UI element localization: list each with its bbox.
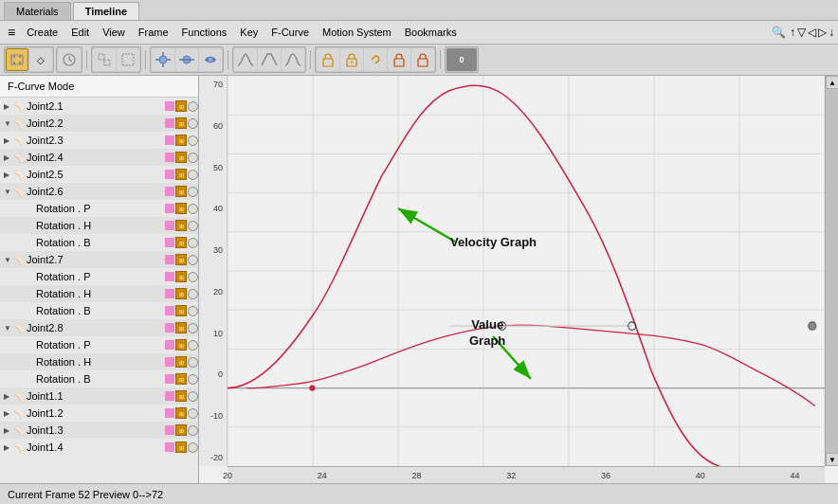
track-item[interactable]: ▼🦴Joint2.2⊞ — [0, 115, 198, 132]
track-name: Rotation . B — [36, 305, 164, 316]
track-item[interactable]: Rotation . P⊞ — [0, 200, 198, 217]
expand-arrow: ▶ — [4, 102, 11, 111]
tb-lock4-btn[interactable] — [411, 48, 434, 71]
bone-icon: 🦴 — [13, 323, 25, 333]
svg-rect-10 — [122, 54, 134, 65]
scroll-down-btn[interactable]: ▼ — [826, 453, 838, 466]
expand-arrow: ▶ — [4, 136, 11, 145]
menu-fcurve[interactable]: F-Curve — [265, 25, 315, 40]
track-item[interactable]: ▶🦴Joint2.3⊞ — [0, 132, 198, 149]
track-item[interactable]: Rotation . P⊞ — [0, 268, 198, 285]
svg-rect-0 — [11, 55, 23, 64]
filter-icon[interactable]: ▽ — [797, 26, 806, 39]
y-axis-label-item: 60 — [201, 121, 225, 131]
color-box — [165, 289, 174, 298]
menu-bar: ≡ Create Edit View Frame Functions Key F… — [0, 21, 838, 45]
tb-curve2-btn[interactable] — [258, 48, 281, 71]
track-item[interactable]: ▼🦴Joint2.8⊞ — [0, 319, 198, 336]
menu-view[interactable]: View — [97, 25, 131, 40]
tb-film-btn[interactable] — [6, 48, 28, 71]
scroll-up-btn[interactable]: ▲ — [826, 76, 838, 89]
track-circle — [188, 101, 198, 112]
track-name: Joint2.2 — [27, 117, 164, 129]
key-marker: ⊞ — [175, 407, 187, 419]
track-circle — [188, 391, 198, 402]
menu-bookmarks[interactable]: Bookmarks — [399, 25, 463, 40]
color-box — [165, 118, 174, 128]
nav-left-icon[interactable]: ◁ — [808, 26, 816, 39]
svg-rect-8 — [99, 54, 104, 60]
track-name: Rotation . H — [36, 288, 164, 299]
vertical-scrollbar[interactable]: ▲ ▼ — [825, 76, 838, 466]
search-icon[interactable]: 🔍 — [772, 26, 786, 39]
tb-move-key-btn[interactable] — [199, 48, 222, 71]
toolbar-group-1: ◇ — [4, 46, 54, 73]
track-item[interactable]: Rotation . B⊞ — [0, 370, 198, 387]
track-item[interactable]: ▶🦴Joint2.4⊞ — [0, 149, 198, 166]
track-item[interactable]: ▶🦴Joint2.5⊞ — [0, 166, 198, 183]
nav-right-icon[interactable]: ▷ — [818, 26, 827, 39]
track-name: Rotation . P — [36, 203, 164, 214]
graph-svg — [228, 76, 825, 466]
tb-del-key-btn[interactable] — [175, 48, 198, 71]
key-marker: ⊞ — [175, 390, 187, 402]
tb-lock2-btn[interactable] — [340, 48, 363, 71]
track-item[interactable]: ▶🦴Joint1.2⊞ — [0, 405, 198, 422]
graph-area[interactable]: 706050403020100-10-20 — [199, 76, 838, 483]
track-item[interactable]: Rotation . B⊞ — [0, 302, 198, 319]
track-item[interactable]: ▶🦴Joint1.4⊞ — [0, 439, 198, 456]
menu-functions[interactable]: Functions — [176, 25, 233, 40]
tb-lock3-btn[interactable] — [388, 48, 410, 71]
toolbar-sep-1 — [86, 50, 87, 69]
bone-icon: 🦴 — [13, 442, 25, 453]
track-item[interactable]: ▶🦴Joint1.3⊞ — [0, 422, 198, 439]
tab-timeline[interactable]: Timeline — [73, 2, 139, 20]
x-axis-label-item: 40 — [696, 471, 705, 480]
track-item[interactable]: Rotation . H⊞ — [0, 353, 198, 370]
menu-motion-system[interactable]: Motion System — [317, 25, 397, 40]
track-circle — [188, 255, 198, 265]
tb-curve1-btn[interactable] — [234, 48, 257, 71]
svg-rect-21 — [323, 59, 333, 66]
graph-canvas[interactable]: Velocity Graph ValueGraph — [228, 76, 825, 466]
track-item[interactable]: Rotation . P⊞ — [0, 336, 198, 353]
key-marker: ⊞ — [175, 220, 187, 231]
tb-select-btn[interactable] — [93, 48, 116, 71]
scroll-track[interactable] — [826, 89, 838, 453]
menu-edit[interactable]: Edit — [65, 25, 95, 40]
track-item[interactable]: ▶🦴Joint1.1⊞ — [0, 387, 198, 405]
track-item[interactable]: Rotation . H⊞ — [0, 217, 198, 234]
end-point[interactable] — [809, 322, 816, 330]
track-item[interactable]: Rotation . B⊞ — [0, 234, 198, 251]
svg-point-18 — [208, 57, 213, 63]
tb-num-btn[interactable]: 0 — [446, 48, 477, 71]
tb-add-key-btn[interactable] — [152, 48, 174, 71]
key-marker: ⊞ — [175, 203, 187, 214]
menu-create[interactable]: Create — [21, 25, 64, 40]
track-name: Rotation . P — [36, 271, 164, 282]
track-item[interactable]: ▼🦴Joint2.7⊞ — [0, 251, 198, 268]
track-item[interactable]: ▶🦴Joint2.1⊞ — [0, 98, 198, 115]
track-name: Joint2.8 — [27, 322, 164, 333]
track-name: Joint2.7 — [27, 254, 164, 265]
up-arrow-icon[interactable]: ↑ — [790, 26, 795, 39]
tab-materials[interactable]: Materials — [4, 2, 71, 20]
zero-cross-point[interactable] — [309, 385, 315, 390]
hamburger-menu[interactable]: ≡ — [4, 23, 19, 42]
menu-frame[interactable]: Frame — [133, 25, 174, 40]
key-marker: ⊞ — [175, 441, 187, 453]
color-box — [165, 408, 174, 418]
tb-clock-btn[interactable] — [58, 48, 81, 71]
key-marker: ⊞ — [175, 339, 187, 351]
track-item[interactable]: Rotation . H⊞ — [0, 285, 198, 302]
key-marker: ⊞ — [175, 186, 187, 197]
menu-key[interactable]: Key — [234, 25, 264, 40]
track-item[interactable]: ▼🦴Joint2.6⊞ — [0, 183, 198, 200]
down-arrow-icon[interactable]: ↓ — [829, 26, 834, 39]
tb-link-btn[interactable] — [364, 48, 387, 71]
tb-marquee-btn[interactable] — [117, 48, 139, 71]
tb-curve3-btn[interactable] — [282, 48, 304, 71]
tb-diamond-btn[interactable]: ◇ — [29, 48, 52, 71]
tb-lock1-btn[interactable] — [317, 48, 339, 71]
key-marker: ⊞ — [175, 288, 187, 299]
